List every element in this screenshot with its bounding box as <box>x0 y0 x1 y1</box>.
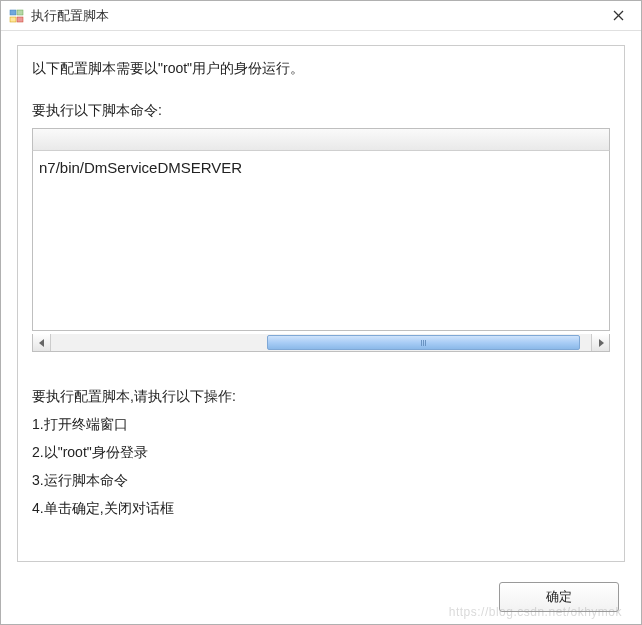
script-label: 要执行以下脚本命令: <box>32 102 610 120</box>
svg-marker-7 <box>599 339 604 347</box>
window-title: 执行配置脚本 <box>31 7 603 25</box>
horizontal-scrollbar[interactable] <box>32 334 610 352</box>
ok-button[interactable]: 确定 <box>499 582 619 612</box>
scroll-right-icon[interactable] <box>591 334 609 351</box>
scroll-thumb[interactable] <box>267 335 580 350</box>
scroll-left-icon[interactable] <box>33 334 51 351</box>
instruction-step-3: 3.运行脚本命令 <box>32 466 610 494</box>
instructions-heading: 要执行配置脚本,请执行以下操作: <box>32 382 610 410</box>
script-box <box>32 128 610 352</box>
instruction-step-1: 1.打开终端窗口 <box>32 410 610 438</box>
script-header-band <box>32 128 610 151</box>
instructions-block: 要执行配置脚本,请执行以下操作: 1.打开终端窗口 2.以"root"身份登录 … <box>32 382 610 522</box>
content-area: 以下配置脚本需要以"root"用户的身份运行。 要执行以下脚本命令: <box>1 31 641 570</box>
instruction-step-2: 2.以"root"身份登录 <box>32 438 610 466</box>
button-bar: 确定 <box>1 570 641 624</box>
svg-marker-6 <box>39 339 44 347</box>
svg-rect-1 <box>17 10 23 15</box>
scroll-track[interactable] <box>51 334 591 351</box>
svg-rect-2 <box>10 17 16 22</box>
titlebar: 执行配置脚本 <box>1 1 641 31</box>
svg-rect-0 <box>10 10 16 15</box>
intro-text: 以下配置脚本需要以"root"用户的身份运行。 <box>32 60 610 78</box>
instruction-step-4: 4.单击确定,关闭对话框 <box>32 494 610 522</box>
app-icon <box>9 8 25 24</box>
inner-panel: 以下配置脚本需要以"root"用户的身份运行。 要执行以下脚本命令: <box>17 45 625 562</box>
script-textarea[interactable] <box>32 151 610 331</box>
dialog-window: 执行配置脚本 以下配置脚本需要以"root"用户的身份运行。 要执行以下脚本命令… <box>0 0 642 625</box>
close-icon[interactable] <box>603 2 633 30</box>
svg-rect-3 <box>17 17 23 22</box>
